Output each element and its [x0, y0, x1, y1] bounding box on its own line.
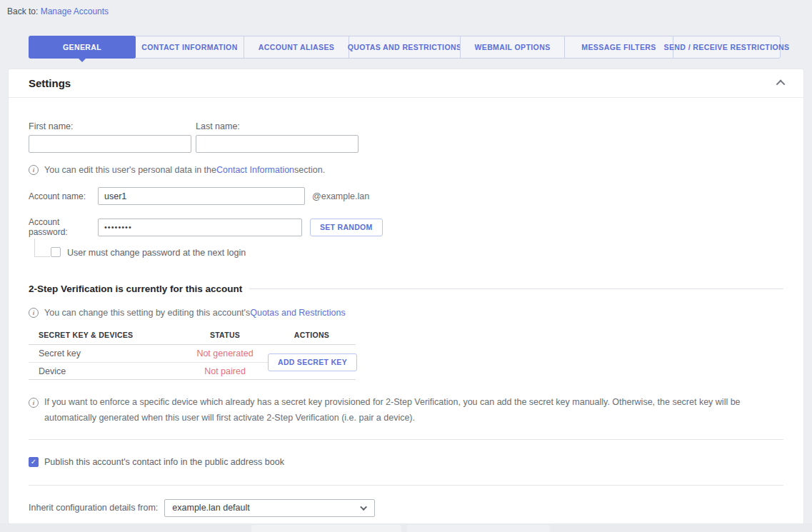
set-random-button[interactable]: SET RANDOM: [310, 219, 383, 236]
cutoff-content-strip: [0, 523, 812, 532]
last-name-label: Last name:: [196, 121, 359, 131]
account-password-field[interactable]: [98, 219, 302, 236]
personal-note-prefix: You can edit this user's personal data i…: [44, 165, 216, 175]
status-badge: Not generated: [182, 348, 268, 358]
info-icon: i: [29, 165, 39, 175]
inherit-config-row: Inherit configuration details from: exam…: [29, 499, 783, 517]
publish-contact-row: Publish this account's contact info in t…: [29, 457, 783, 467]
row-name: Secret key: [29, 348, 182, 358]
must-change-password-checkbox[interactable]: [51, 247, 61, 257]
settings-content: First name: Last name: i You can edit th…: [9, 121, 803, 517]
inherit-config-select[interactable]: example.lan default: [164, 499, 375, 517]
tab-webmail-options[interactable]: WEBMAIL OPTIONS: [460, 36, 565, 59]
quotas-restrictions-link[interactable]: Quotas and Restrictions: [250, 308, 345, 318]
must-change-password-label: User must change password at the next lo…: [67, 248, 246, 258]
info-icon: i: [29, 398, 39, 408]
cutoff-element: [251, 525, 401, 532]
tab-quotas-and-restrictions[interactable]: QUOTAS AND RESTRICTIONS: [349, 36, 461, 59]
settings-panel: Settings First name: Last name: i You ca…: [9, 69, 803, 523]
personal-note-suffix: section.: [294, 165, 325, 175]
settings-panel-header: Settings: [9, 69, 803, 98]
inherit-config-label: Inherit configuration details from:: [29, 503, 158, 513]
back-to-label: Back to:: [7, 6, 38, 16]
breadcrumb: Back to: Manage Accounts: [0, 0, 812, 16]
tab-general[interactable]: GENERAL: [29, 36, 136, 59]
table-row: Device Not paired: [29, 362, 268, 379]
account-name-label: Account name:: [29, 191, 98, 201]
account-password-row: Account password: SET RANDOM: [29, 217, 783, 237]
tab-bar: GENERAL CONTACT INFORMATION ACCOUNT ALIA…: [29, 36, 803, 59]
tab-account-aliases[interactable]: ACCOUNT ALIASES: [244, 36, 349, 59]
manage-accounts-link[interactable]: Manage Accounts: [41, 6, 109, 16]
contact-information-link[interactable]: Contact Information: [216, 165, 294, 175]
heading-rule: [249, 288, 783, 289]
account-password-label: Account password:: [29, 217, 98, 237]
table-row: Secret key Not generated: [29, 345, 268, 362]
tab-send-receive-restrictions[interactable]: SEND / RECEIVE RESTRICTIONS: [673, 36, 781, 59]
must-change-password-row: User must change password at the next lo…: [29, 239, 783, 264]
last-name-field[interactable]: [196, 135, 359, 153]
two-step-heading-text: 2-Step Verification is currently for thi…: [29, 283, 242, 294]
personal-data-note: i You can edit this user's personal data…: [29, 165, 783, 175]
account-name-row: Account name: @example.lan: [29, 187, 783, 205]
info-icon: i: [29, 308, 39, 318]
table-body: Secret key Not generated Device Not pair…: [29, 345, 356, 380]
tab-contact-information[interactable]: CONTACT INFORMATION: [135, 36, 244, 59]
name-fields-row: First name: Last name:: [29, 121, 783, 153]
tab-message-filters[interactable]: MESSAGE FILTERS: [564, 36, 673, 59]
col-secret-key-devices: SECRET KEY & DEVICES: [29, 331, 182, 339]
status-badge: Not paired: [182, 366, 268, 376]
secret-key-table: SECRET KEY & DEVICES STATUS ACTIONS Secr…: [29, 327, 356, 380]
connector-line: [34, 239, 50, 257]
col-actions: ACTIONS: [268, 331, 356, 339]
first-name-label: First name:: [29, 121, 191, 131]
table-header-row: SECRET KEY & DEVICES STATUS ACTIONS: [29, 327, 356, 345]
two-step-info-paragraph: i If you want to enforce a specific devi…: [29, 395, 783, 426]
two-step-note: i You can change this setting by editing…: [29, 308, 783, 318]
first-name-field[interactable]: [29, 135, 191, 153]
row-name: Device: [29, 366, 182, 376]
col-status: STATUS: [182, 331, 268, 339]
add-secret-key-button[interactable]: ADD SECRET KEY: [268, 353, 357, 371]
account-name-field[interactable]: [98, 187, 305, 205]
publish-contact-checkbox[interactable]: [29, 457, 39, 467]
selected-option: example.lan default: [172, 503, 362, 513]
domain-suffix: @example.lan: [312, 191, 369, 201]
two-step-section-heading: 2-Step Verification is currently for thi…: [29, 283, 783, 294]
two-step-note-prefix: You can change this setting by editing t…: [44, 308, 250, 318]
divider: [29, 485, 783, 486]
divider: [29, 439, 783, 440]
cutoff-element: [407, 525, 550, 532]
two-step-info-text: If you want to enforce a specific device…: [44, 395, 783, 426]
publish-contact-label: Publish this account's contact info in t…: [44, 457, 284, 467]
page-title: Settings: [29, 77, 778, 89]
